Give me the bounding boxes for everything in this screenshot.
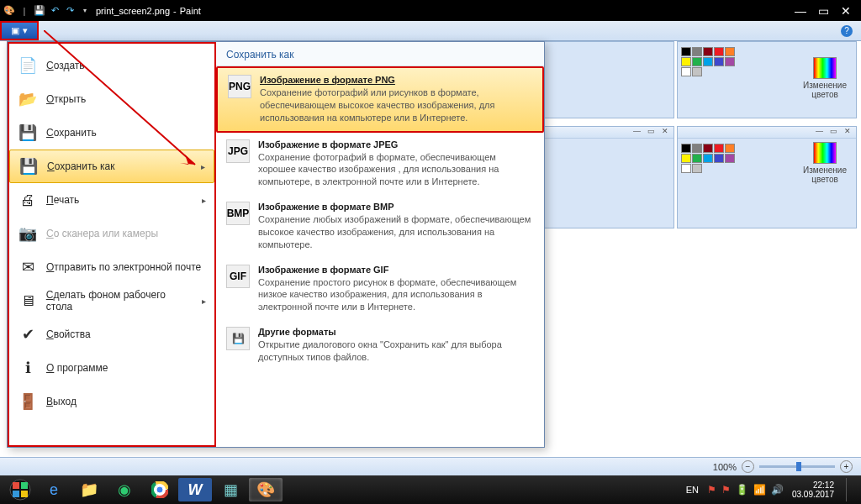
color-swatch[interactable]	[703, 154, 713, 163]
pane-close-icon[interactable]: ✕	[662, 127, 668, 138]
pane-min-icon[interactable]: —	[633, 127, 641, 138]
status-bar: 100% − +	[0, 457, 861, 475]
file-menu-item-4[interactable]: 🖨Печать▸	[9, 183, 214, 217]
tray-battery-icon[interactable]: 🔋	[736, 484, 748, 496]
save-as-format-0[interactable]: PNGИзображение в формате PNGСохранение ф…	[216, 66, 544, 133]
color-swatch[interactable]	[703, 57, 713, 66]
color-swatch[interactable]	[692, 67, 702, 76]
color-swatch[interactable]	[725, 47, 735, 56]
color-swatch[interactable]	[692, 164, 702, 173]
zoom-in-button[interactable]: +	[840, 460, 853, 473]
file-menu-item-label: Создать	[46, 60, 85, 71]
svg-rect-5	[13, 491, 19, 497]
tray-lang[interactable]: EN	[686, 485, 699, 495]
minimize-button[interactable]: —	[795, 4, 806, 18]
save-as-submenu-header: Сохранить как	[216, 42, 544, 66]
color-swatch[interactable]	[681, 144, 691, 153]
taskbar: e 📁 ◉ W ▦ 🎨 EN ⚑ ⚑ 🔋 📶 🔊 22:12 03.09.201…	[0, 475, 861, 504]
file-menu-item-icon: 🖥	[18, 291, 38, 311]
color-swatch[interactable]	[725, 57, 735, 66]
file-menu-item-10[interactable]: 🚪Выход	[9, 385, 214, 418]
help-icon[interactable]: ?	[832, 21, 861, 40]
ribbon-pane-colors-2: —▭✕ Изменение цветов	[677, 126, 857, 228]
file-menu-item-9[interactable]: ℹО программе	[9, 351, 214, 385]
edit-colors-1[interactable]: Изменение цветов	[800, 57, 849, 99]
pane-max-icon[interactable]: ▭	[647, 127, 655, 138]
color-swatch[interactable]	[692, 47, 702, 56]
save-as-format-2[interactable]: BMPИзображение в формате BMPСохранение л…	[216, 195, 544, 258]
color-swatch[interactable]	[692, 57, 702, 66]
maximize-button[interactable]: ▭	[818, 4, 829, 18]
quick-access-toolbar: 🎨 | 💾 ↶ ↷ ▾	[3, 5, 91, 17]
format-desc: Сохранение простого рисунок в формате, о…	[258, 276, 534, 314]
color-swatch[interactable]	[714, 144, 724, 153]
close-button[interactable]: ✕	[841, 4, 851, 18]
tray-volume-icon[interactable]: 🔊	[771, 484, 784, 496]
color-swatch[interactable]	[703, 144, 713, 153]
show-desktop-button[interactable]	[846, 478, 853, 501]
color-swatch[interactable]	[703, 47, 713, 56]
color-swatch[interactable]	[714, 57, 724, 66]
file-menu-button[interactable]: ▣ ▾	[0, 21, 39, 40]
taskbar-chrome-icon[interactable]	[143, 478, 177, 501]
color-swatch[interactable]	[692, 154, 702, 163]
taskbar-clock[interactable]: 22:12 03.09.2017	[792, 480, 834, 499]
tray-flag-icon[interactable]: ⚑	[707, 484, 716, 496]
pane-close-icon[interactable]: ✕	[844, 127, 851, 138]
file-menu-item-2[interactable]: 💾Сохранить	[9, 116, 214, 150]
edit-colors-2[interactable]: Изменение цветов	[800, 142, 849, 184]
save-as-format-3[interactable]: GIFИзображение в формате GIFСохранение п…	[216, 258, 544, 321]
format-title: Изображение в формате JPEG	[258, 139, 534, 150]
taskbar-explorer-icon[interactable]: 📁	[72, 478, 106, 501]
titlebar: 🎨 | 💾 ↶ ↷ ▾ print_screen2.png - Paint — …	[0, 0, 861, 21]
format-icon: GIF	[226, 265, 250, 288]
zoom-label: 100%	[713, 462, 737, 472]
taskbar-ie-icon[interactable]: e	[37, 478, 71, 501]
format-icon: BMP	[226, 202, 250, 225]
file-menu-dropdown: 📄Создать📂Открыть💾Сохранить💾Сохранить как…	[7, 41, 545, 448]
format-icon: JPG	[226, 139, 250, 163]
zoom-slider-thumb[interactable]	[796, 462, 801, 471]
save-as-format-4[interactable]: 💾Другие форматыОткрытие диалогового окна…	[216, 320, 544, 370]
file-menu-item-1[interactable]: 📂Открыть	[9, 82, 214, 116]
color-swatch[interactable]	[681, 67, 691, 76]
clock-date: 03.09.2017	[792, 490, 834, 499]
qat-save-icon[interactable]: 💾	[34, 5, 45, 17]
file-menu-item-3[interactable]: 💾Сохранить как▸	[9, 150, 214, 183]
file-menu-item-icon: ✉	[18, 257, 38, 277]
color-swatch[interactable]	[681, 164, 691, 173]
color-swatch[interactable]	[725, 144, 735, 153]
zoom-out-button[interactable]: −	[742, 460, 754, 473]
file-menu-item-7[interactable]: 🖥Сделать фоном рабочего стола▸	[9, 284, 214, 318]
taskbar-app2-icon[interactable]: ▦	[214, 478, 247, 501]
svg-rect-3	[13, 482, 19, 489]
color-swatch[interactable]	[681, 47, 691, 56]
save-as-format-1[interactable]: JPGИзображение в формате JPEGСохранение …	[216, 133, 544, 196]
file-menu-item-8[interactable]: ✔Свойства	[9, 318, 214, 351]
tray-network-icon[interactable]: 📶	[753, 484, 766, 496]
color-swatch[interactable]	[681, 154, 691, 163]
qat-customize-icon[interactable]: ▾	[79, 5, 91, 17]
color-swatch[interactable]	[692, 144, 702, 153]
pane-min-icon[interactable]: —	[816, 127, 823, 138]
qat-redo-icon[interactable]: ↷	[64, 5, 76, 17]
file-menu-item-6[interactable]: ✉Отправить по электронной почте	[9, 250, 214, 284]
color-swatch[interactable]	[725, 154, 735, 163]
qat-undo-icon[interactable]: ↶	[49, 5, 61, 17]
color-swatch[interactable]	[681, 57, 691, 66]
taskbar-app1-icon[interactable]: ◉	[108, 478, 141, 501]
file-menu-item-icon: ℹ	[18, 358, 38, 378]
taskbar-word-icon[interactable]: W	[178, 478, 212, 501]
format-title: Изображение в формате GIF	[258, 265, 534, 275]
format-title: Изображение в формате PNG	[260, 75, 532, 85]
zoom-slider[interactable]	[759, 465, 835, 468]
color-swatch[interactable]	[714, 154, 724, 163]
file-menu-item-0[interactable]: 📄Создать	[9, 49, 214, 82]
file-menu-item-label: О программе	[46, 362, 108, 374]
start-button[interactable]	[3, 477, 37, 502]
pane-max-icon[interactable]: ▭	[830, 127, 837, 138]
file-menu-item-5[interactable]: 📷Со сканера или камеры	[9, 217, 214, 250]
tray-flag2-icon[interactable]: ⚑	[721, 484, 731, 496]
color-swatch[interactable]	[714, 47, 724, 56]
taskbar-paint-icon[interactable]: 🎨	[249, 478, 283, 501]
